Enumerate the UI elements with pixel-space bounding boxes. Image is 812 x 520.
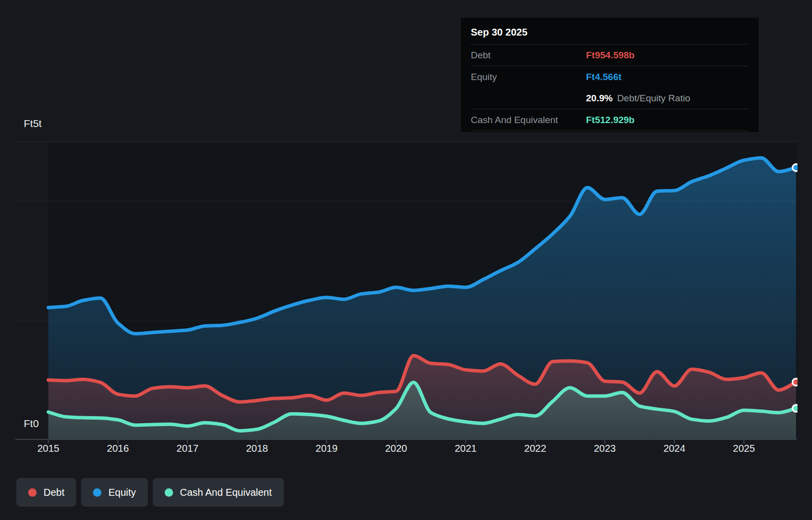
x-axis-year-label: 2022 bbox=[515, 443, 555, 454]
equity-last-point-marker bbox=[793, 164, 800, 171]
chart-legend: Debt Equity Cash And Equivalent bbox=[16, 478, 284, 507]
tooltip-row-debt: Debt Ft954.598b bbox=[471, 44, 749, 66]
x-axis-year-label: 2018 bbox=[237, 443, 277, 454]
tooltip-debt-label: Debt bbox=[471, 50, 586, 61]
cash-last-point-marker bbox=[793, 405, 800, 412]
tooltip-row-cash: Cash And Equivalent Ft512.929b bbox=[471, 109, 749, 131]
x-axis-year-label: 2019 bbox=[307, 443, 346, 454]
x-axis-year-label: 2024 bbox=[655, 443, 694, 454]
x-axis-year-label: 2016 bbox=[98, 443, 137, 454]
legend-label-debt: Debt bbox=[44, 487, 64, 498]
chart-tooltip: Sep 30 2025 Debt Ft954.598b Equity Ft4.5… bbox=[461, 18, 759, 132]
x-axis-year-label: 2020 bbox=[376, 443, 416, 454]
x-axis-year-label: 2015 bbox=[29, 443, 68, 454]
x-axis-year-label: 2023 bbox=[585, 443, 625, 454]
tooltip-debt-value: Ft954.598b bbox=[586, 50, 634, 61]
legend-item-equity[interactable]: Equity bbox=[81, 478, 148, 507]
x-axis-year-label: 2021 bbox=[446, 443, 486, 454]
tooltip-ratio-value: 20.9% bbox=[586, 93, 613, 104]
legend-item-debt[interactable]: Debt bbox=[16, 478, 76, 507]
tooltip-date: Sep 30 2025 bbox=[471, 23, 749, 44]
debt-last-point-marker bbox=[793, 379, 800, 386]
debt-dot-icon bbox=[28, 488, 37, 497]
legend-item-cash[interactable]: Cash And Equivalent bbox=[153, 478, 284, 507]
tooltip-equity-value: Ft4.566t bbox=[586, 72, 622, 83]
legend-label-cash: Cash And Equivalent bbox=[180, 487, 272, 498]
balance-sheet-history-chart: Ft5t Ft0 2015201620172018201920202021202… bbox=[0, 0, 812, 520]
legend-label-equity: Equity bbox=[108, 487, 136, 498]
tooltip-ratio-label: Debt/Equity Ratio bbox=[617, 93, 690, 104]
equity-dot-icon bbox=[93, 488, 101, 497]
y-axis-label-bottom: Ft0 bbox=[24, 418, 39, 430]
y-axis-label-top: Ft5t bbox=[24, 118, 42, 130]
tooltip-cash-label: Cash And Equivalent bbox=[471, 115, 586, 126]
tooltip-cash-value: Ft512.929b bbox=[586, 115, 634, 126]
cash-dot-icon bbox=[165, 488, 173, 497]
tooltip-equity-label: Equity bbox=[471, 72, 586, 83]
x-axis-year-label: 2017 bbox=[168, 443, 207, 454]
tooltip-row-ratio: 20.9% Debt/Equity Ratio bbox=[471, 87, 749, 109]
x-axis-year-label: 2025 bbox=[724, 443, 764, 454]
tooltip-row-equity: Equity Ft4.566t bbox=[471, 66, 749, 87]
